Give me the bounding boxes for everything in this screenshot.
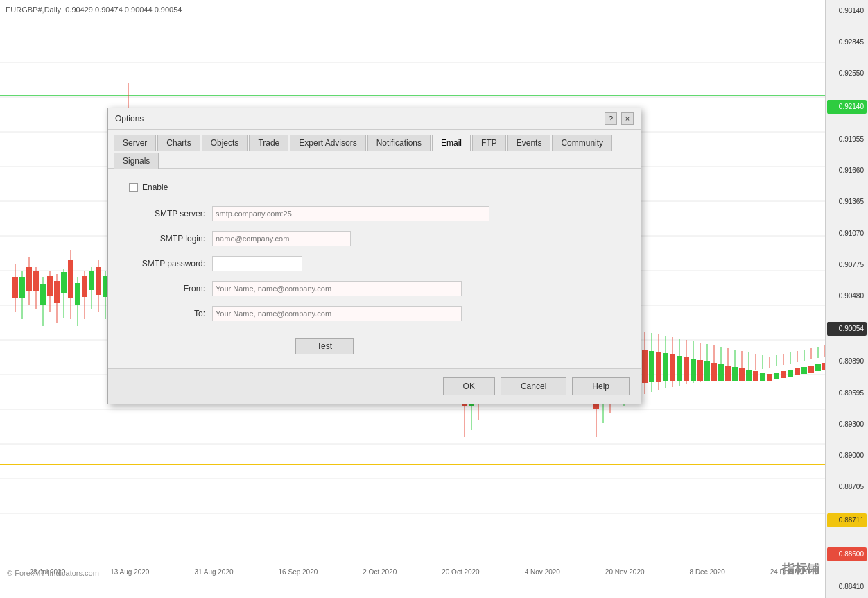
tab-signals[interactable]: Signals xyxy=(114,153,159,169)
svg-rect-221 xyxy=(760,373,765,381)
price-5: 0.91365 xyxy=(827,196,867,207)
svg-rect-229 xyxy=(788,370,793,377)
to-label: To: xyxy=(129,309,212,318)
svg-rect-41 xyxy=(96,267,101,295)
from-row: From: xyxy=(129,281,620,296)
price-9: 0.89890 xyxy=(827,356,867,367)
dialog-tabs: Server Charts Objects Trade Expert Advis… xyxy=(108,130,641,169)
svg-rect-21 xyxy=(26,267,32,291)
svg-rect-33 xyxy=(68,260,73,298)
tab-expert-advisors[interactable]: Expert Advisors xyxy=(290,135,365,151)
from-label: From: xyxy=(129,284,212,293)
svg-rect-231 xyxy=(795,368,800,375)
svg-rect-207 xyxy=(711,363,717,381)
test-button-row: Test xyxy=(212,331,620,354)
svg-rect-23 xyxy=(33,271,39,291)
test-button[interactable]: Test xyxy=(295,338,354,354)
price-8: 0.90480 xyxy=(827,291,867,302)
email-content: Enable SMTP server: SMTP login: SMTP pas… xyxy=(108,169,641,368)
x-label-3: 31 Aug 2020 xyxy=(194,568,233,576)
tab-email[interactable]: Email xyxy=(432,135,471,151)
svg-rect-27 xyxy=(47,276,53,296)
tab-objects[interactable]: Objects xyxy=(202,135,248,151)
svg-rect-37 xyxy=(82,276,87,297)
price-axis: 0.93140 0.92845 0.92550 0.92140 0.91955 … xyxy=(825,0,868,598)
x-label-8: 20 Nov 2020 xyxy=(605,568,645,576)
smtp-server-input[interactable] xyxy=(212,206,489,221)
svg-rect-213 xyxy=(732,367,738,381)
svg-rect-193 xyxy=(663,353,668,381)
price-1: 0.92845 xyxy=(827,37,867,48)
svg-rect-217 xyxy=(746,370,752,381)
price-14: 0.88410 xyxy=(827,581,867,592)
dialog-help-button[interactable]: ? xyxy=(605,112,617,125)
svg-rect-191 xyxy=(656,352,661,382)
smtp-login-label: SMTP login: xyxy=(129,234,212,244)
cancel-button[interactable]: Cancel xyxy=(501,377,566,395)
svg-rect-205 xyxy=(704,361,710,381)
x-label-5: 2 Oct 2020 xyxy=(363,568,397,576)
tab-trade[interactable]: Trade xyxy=(249,135,288,151)
price-red: 0.88600 xyxy=(827,547,867,561)
svg-rect-225 xyxy=(774,373,779,379)
price-7: 0.90775 xyxy=(827,259,867,271)
smtp-login-input[interactable] xyxy=(212,231,351,246)
from-input[interactable] xyxy=(212,281,462,296)
chart-header: EURGBP#,Daily 0.90429 0.90474 0.90044 0.… xyxy=(6,6,182,14)
svg-rect-223 xyxy=(767,374,772,381)
dialog-titlebar: Options ? × xyxy=(108,108,641,130)
svg-rect-35 xyxy=(75,283,80,305)
to-row: To: xyxy=(129,306,620,321)
price-yellow: 0.88711 xyxy=(827,513,867,527)
svg-rect-189 xyxy=(649,351,654,382)
tab-ftp[interactable]: FTP xyxy=(472,135,506,151)
svg-rect-197 xyxy=(677,356,682,381)
dialog-title: Options xyxy=(115,114,144,123)
options-dialog: Options ? × Server Charts Objects Trade … xyxy=(107,108,641,404)
svg-rect-211 xyxy=(725,366,731,381)
smtp-password-input[interactable] xyxy=(212,256,302,271)
smtp-server-row: SMTP server: xyxy=(129,206,620,221)
price-10: 0.89595 xyxy=(827,388,867,399)
svg-rect-19 xyxy=(19,277,25,298)
smtp-password-label: SMTP password: xyxy=(129,259,212,268)
x-axis: 28 Jul 2020 13 Aug 2020 31 Aug 2020 16 S… xyxy=(7,565,832,579)
svg-rect-201 xyxy=(691,359,696,381)
svg-rect-195 xyxy=(670,354,675,381)
smtp-password-row: SMTP password: xyxy=(129,256,620,271)
x-label-7: 4 Nov 2020 xyxy=(525,568,560,576)
tab-community[interactable]: Community xyxy=(552,135,612,151)
enable-checkbox[interactable] xyxy=(129,183,138,192)
help-button[interactable]: Help xyxy=(572,377,630,395)
smtp-login-row: SMTP login: xyxy=(129,231,620,246)
to-input[interactable] xyxy=(212,306,462,321)
enable-label: Enable xyxy=(142,182,168,192)
x-label-9: 8 Dec 2020 xyxy=(690,568,725,576)
svg-rect-17 xyxy=(12,277,18,298)
x-label-2: 13 Aug 2020 xyxy=(110,568,149,576)
tab-notifications[interactable]: Notifications xyxy=(367,135,431,151)
enable-row: Enable xyxy=(129,182,620,192)
price-6: 0.91070 xyxy=(827,228,867,239)
dialog-close-button[interactable]: × xyxy=(621,112,634,125)
svg-rect-25 xyxy=(40,284,46,305)
svg-rect-237 xyxy=(815,364,821,371)
tab-server[interactable]: Server xyxy=(114,135,156,151)
tab-charts[interactable]: Charts xyxy=(157,135,200,151)
price-dark: 0.90054 xyxy=(827,322,867,336)
watermark-right: 指标铺 xyxy=(782,561,819,577)
svg-rect-29 xyxy=(54,281,60,303)
price-12: 0.89000 xyxy=(827,450,867,461)
price-11: 0.89300 xyxy=(827,419,867,430)
price-2: 0.92550 xyxy=(827,68,867,79)
dialog-controls: ? × xyxy=(605,112,634,125)
ok-button[interactable]: OK xyxy=(443,377,495,395)
svg-rect-215 xyxy=(739,368,745,381)
price-4: 0.91660 xyxy=(827,165,867,176)
price-3: 0.91955 xyxy=(827,134,867,145)
svg-rect-233 xyxy=(801,367,807,374)
dialog-footer: OK Cancel Help xyxy=(108,368,641,404)
svg-rect-31 xyxy=(61,272,67,293)
svg-rect-203 xyxy=(697,360,703,381)
tab-events[interactable]: Events xyxy=(507,135,551,151)
